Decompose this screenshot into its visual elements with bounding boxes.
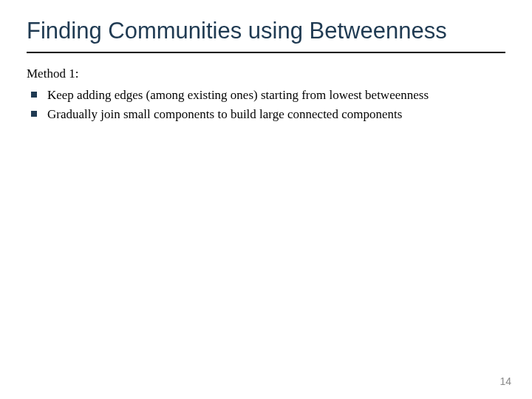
square-bullet-icon: [31, 92, 37, 98]
bullet-text: Gradually join small components to build…: [47, 105, 402, 124]
bullet-list: Keep adding edges (among existing ones) …: [27, 86, 505, 123]
page-number: 14: [499, 375, 511, 387]
method-label: Method 1:: [27, 66, 505, 81]
list-item: Gradually join small components to build…: [31, 105, 505, 124]
slide: Finding Communities using Betweenness Me…: [0, 0, 532, 399]
bullet-text: Keep adding edges (among existing ones) …: [47, 86, 429, 105]
list-item: Keep adding edges (among existing ones) …: [31, 86, 505, 105]
square-bullet-icon: [31, 111, 37, 117]
page-title: Finding Communities using Betweenness: [27, 18, 505, 44]
title-rule: [27, 52, 505, 53]
